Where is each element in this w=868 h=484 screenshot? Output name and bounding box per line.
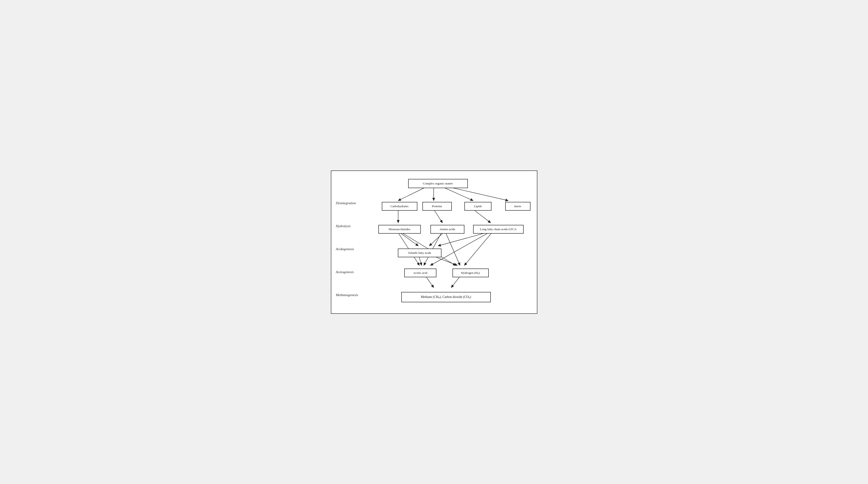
svg-line-1 [398,187,427,201]
node-monosaccharides: Monosaccharides [378,225,421,234]
node-methane: Methane (CH₄), Carbon dioxide (CO₂) [401,292,491,302]
svg-line-9 [429,231,445,246]
svg-line-8 [398,231,418,246]
label-acidogenesis: Acidogenesis [336,245,366,253]
arrows-svg [366,178,532,307]
node-lipids: Lipids [464,202,492,211]
diagram-area: Complex organic matter Carbohydrates Pro… [366,178,532,307]
node-hydrogen: Hydrogen (H₂) [453,268,489,277]
svg-line-4 [444,186,508,201]
node-lfca: Long fatty chain acids-LFCA [473,225,524,234]
svg-line-3 [442,187,473,201]
label-hydrolysis: Hydrolysis [336,222,366,230]
svg-line-16 [464,233,492,265]
label-disintegration: Disintegration [336,199,366,207]
label-methanogenesis: Methanogenesis [336,291,366,299]
stage-labels: Disintegration Hydrolysis Acidogenesis A… [336,178,366,307]
node-complex: Complex organic matter [408,179,468,188]
node-volatile-fatty: Volatile fatty acids [398,249,441,257]
svg-line-7 [473,209,491,223]
node-proteins: Proteins [423,202,452,211]
diagram-container: Disintegration Hydrolysis Acidogenesis A… [331,170,537,314]
node-amino-acids: Amino acids [430,225,464,234]
diagram-inner: Disintegration Hydrolysis Acidogenesis A… [336,178,532,307]
svg-line-14 [438,231,491,246]
svg-line-6 [434,209,442,223]
label-acetogenesis: Acetogenesis [336,268,366,276]
svg-line-13 [445,233,460,265]
node-carbohydrates: Carbohydrates [382,202,417,211]
node-acetic-acid: Acetic acid [404,268,436,277]
node-inerts: Inerts [505,202,530,211]
